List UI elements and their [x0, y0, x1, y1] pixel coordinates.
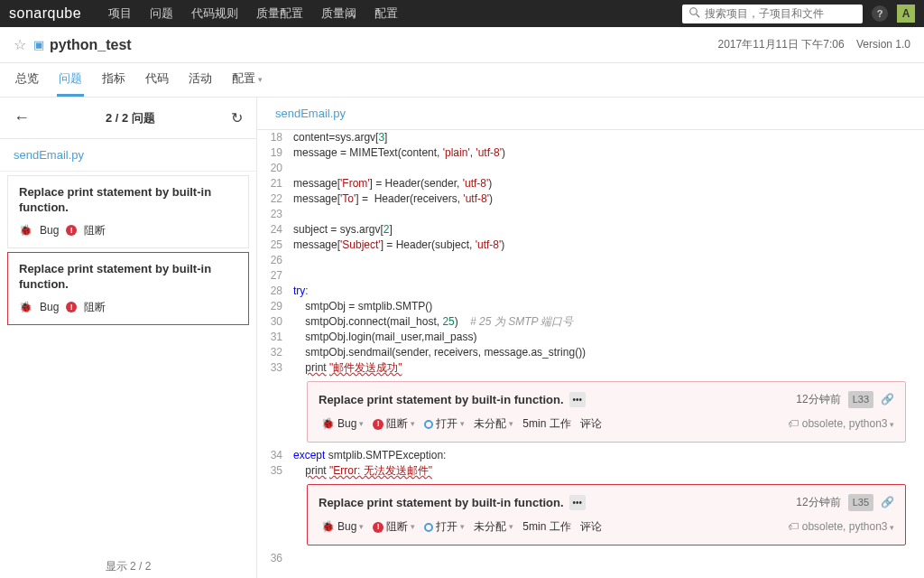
svg-line-1 [697, 14, 700, 17]
issue-time: 12分钟前 [796, 495, 840, 510]
nav-quality-gates[interactable]: 质量阈 [312, 5, 365, 22]
permalink-icon[interactable]: 🔗 [881, 392, 894, 407]
tags-selector[interactable]: obsolete, python3 [802, 416, 894, 433]
project-timestamp: 2017年11月11日 下午7:06 [718, 38, 845, 51]
favorite-star-icon[interactable]: ☆ [14, 36, 26, 53]
code-area: 18content=sys.argv[3] 19message = MIMETe… [257, 130, 924, 566]
type-selector[interactable]: 🐞 Bug [319, 518, 366, 536]
issue-title: Replace print statement by built-in func… [19, 185, 237, 216]
tab-measures[interactable]: 指标 [100, 63, 127, 97]
issue-box[interactable]: Replace print statement by built-in func… [307, 381, 906, 443]
project-version: Version 1.0 [856, 38, 910, 51]
nav-issues[interactable]: 问题 [141, 5, 182, 22]
tab-overview[interactable]: 总览 [14, 63, 41, 97]
help-icon[interactable]: ? [872, 5, 888, 22]
search-box[interactable] [682, 5, 863, 23]
issue-severity: 阻断 [84, 223, 106, 238]
comments-button[interactable]: 评论 [578, 518, 605, 536]
project-name[interactable]: python_test [50, 37, 132, 53]
issue-count: 2 / 2 问题 [30, 110, 231, 126]
tab-activity[interactable]: 活动 [187, 63, 214, 97]
folder-icon: ▣ [33, 38, 44, 51]
more-button[interactable]: ••• [569, 495, 587, 510]
sidebar-file[interactable]: sendEmail.py [0, 139, 256, 172]
tags-selector[interactable]: obsolete, python3 [802, 519, 894, 536]
issue-type: Bug [40, 301, 59, 313]
nav-projects[interactable]: 项目 [99, 5, 141, 22]
line-badge[interactable]: L35 [848, 494, 873, 511]
issue-time: 12分钟前 [796, 392, 840, 407]
user-avatar[interactable]: A [897, 5, 915, 23]
tag-icon: 🏷 [788, 416, 799, 432]
search-icon [689, 7, 700, 21]
effort-label: 5min 工作 [520, 518, 573, 536]
nav-rules[interactable]: 代码规则 [182, 5, 247, 22]
bug-icon: 🐞 [19, 224, 32, 237]
issue-severity: 阻断 [84, 300, 106, 315]
nav-admin[interactable]: 配置 [365, 5, 407, 22]
issue-box[interactable]: Replace print statement by built-in func… [307, 484, 906, 545]
show-count: 显示 2 / 2 [0, 548, 256, 578]
tab-code[interactable]: 代码 [143, 63, 171, 97]
svg-point-0 [690, 7, 698, 14]
tag-icon: 🏷 [788, 519, 799, 535]
effort-label: 5min 工作 [520, 415, 573, 433]
tab-issues[interactable]: 问题 [57, 63, 84, 97]
nav-quality-profiles[interactable]: 质量配置 [247, 5, 312, 22]
content-file[interactable]: sendEmail.py [257, 98, 924, 130]
type-selector[interactable]: 🐞 Bug [319, 415, 366, 433]
project-meta: 2017年11月11日 下午7:06 Version 1.0 [718, 37, 910, 52]
issue-title: Replace print statement by built-in func… [19, 262, 237, 293]
tab-admin[interactable]: 配置 [230, 63, 264, 97]
severity-selector[interactable]: ! 阻断 [370, 415, 418, 433]
project-header: ☆ ▣ python_test 2017年11月11日 下午7:06 Versi… [0, 27, 924, 63]
assignee-selector[interactable]: 未分配 [471, 415, 516, 433]
issue-box-title: Replace print statement by built-in func… [319, 495, 564, 510]
permalink-icon[interactable]: 🔗 [881, 495, 894, 510]
issue-box-title: Replace print statement by built-in func… [319, 392, 564, 407]
content: sendEmail.py 18content=sys.argv[3] 19mes… [257, 98, 924, 578]
top-nav: sonarqube 项目 问题 代码规则 质量配置 质量阈 配置 ? A [0, 0, 924, 27]
project-tabs: 总览 问题 指标 代码 活动 配置 [0, 63, 924, 98]
sidebar: ← 2 / 2 问题 ↻ sendEmail.py Replace print … [0, 98, 257, 578]
more-button[interactable]: ••• [569, 392, 587, 407]
bug-icon: 🐞 [19, 301, 32, 313]
refresh-icon[interactable]: ↻ [231, 109, 243, 126]
logo[interactable]: sonarqube [9, 5, 81, 22]
assignee-selector[interactable]: 未分配 [471, 518, 516, 536]
status-selector[interactable]: 打开 [421, 415, 467, 433]
line-badge[interactable]: L33 [848, 391, 873, 408]
issue-item[interactable]: Replace print statement by built-in func… [7, 175, 249, 248]
search-input[interactable] [705, 7, 855, 20]
severity-blocker-icon: ! [66, 302, 77, 312]
severity-selector[interactable]: ! 阻断 [370, 518, 418, 536]
issue-type: Bug [40, 224, 59, 237]
status-selector[interactable]: 打开 [421, 518, 467, 536]
comments-button[interactable]: 评论 [578, 415, 605, 433]
back-arrow-icon[interactable]: ← [14, 108, 30, 127]
severity-blocker-icon: ! [66, 225, 77, 236]
issue-item[interactable]: Replace print statement by built-in func… [7, 252, 249, 325]
